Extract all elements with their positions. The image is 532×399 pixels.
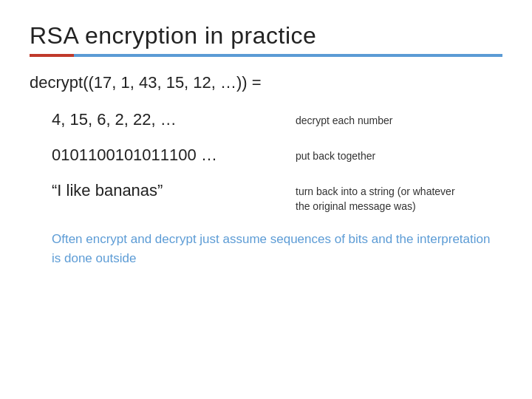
row-3-main: “I like bananas” [52,181,273,200]
slide-title: RSA encryption in practice [30,22,502,50]
row-2: 0101100101011100 … put back together [52,146,502,165]
row-1: 4, 15, 6, 2, 22, … decrypt each number [52,110,502,129]
row-3: “I like bananas” turn back into a string… [52,181,502,214]
title-area: RSA encryption in practice [30,22,502,57]
slide: RSA encryption in practice decrypt((17, … [0,0,532,399]
content-rows: 4, 15, 6, 2, 22, … decrypt each number 0… [30,110,502,214]
row-2-main: 0101100101011100 … [52,146,273,165]
bottom-note-text: Often encrypt and decrypt just assume se… [52,230,502,267]
row-1-main: 4, 15, 6, 2, 22, … [52,110,273,129]
decrypt-header: decrypt((17, 1, 43, 15, 12, …)) = [30,73,502,92]
bottom-note: Often encrypt and decrypt just assume se… [30,230,502,267]
title-underline [30,54,502,57]
row-1-annotation: decrypt each number [296,114,393,129]
row-3-annotation: turn back into a string (or whatever the… [296,185,458,214]
row-2-annotation: put back together [296,149,375,164]
